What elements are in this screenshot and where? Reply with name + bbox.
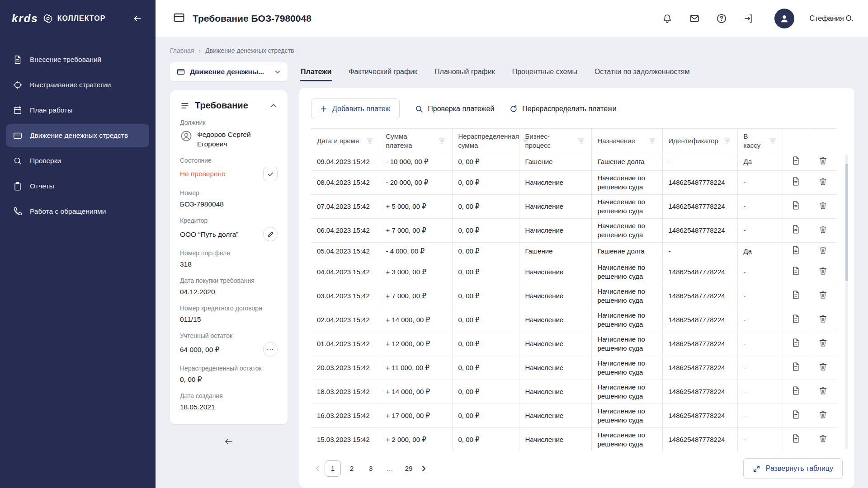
trash-icon	[818, 156, 828, 165]
filter-icon[interactable]	[723, 137, 731, 145]
section-select-value: Движение денежны...	[190, 68, 264, 76]
section-select[interactable]: Движение денежны...	[170, 62, 288, 81]
arrow-left-icon	[223, 436, 234, 447]
cell-date: 20.03.2023 15:42	[311, 356, 380, 380]
row-delete-button[interactable]	[818, 386, 828, 397]
cell-purpose: Начисление по решению суда	[591, 171, 662, 195]
state-row: Не проверено	[180, 167, 278, 181]
pagination-page[interactable]: 3	[363, 460, 379, 477]
pagination-page[interactable]: 2	[344, 460, 360, 477]
avatar[interactable]	[774, 9, 794, 28]
row-document-button[interactable]	[791, 338, 801, 349]
row-delete-button[interactable]	[818, 410, 828, 421]
breadcrumb: Главная › Движение денежных стредств	[170, 47, 854, 54]
cell-unallocated-amount: 0, 00 ₽	[452, 428, 519, 451]
sidebar-nav: Внесение требований Выстраивание стратег…	[0, 48, 156, 223]
tab-1[interactable]: Платежи	[300, 68, 332, 81]
filter-icon[interactable]	[577, 137, 585, 145]
tab-3[interactable]: Плановый график	[434, 68, 495, 81]
col-amount: Сумма платежа	[380, 129, 452, 153]
expand-table-button[interactable]: Развернуть таблицу	[743, 458, 843, 479]
cell-cash: -	[737, 428, 783, 451]
calendar-icon	[13, 105, 23, 115]
row-document-button[interactable]	[791, 225, 801, 235]
check-payments-button[interactable]: Проверка платежей	[415, 105, 494, 113]
row-delete-button[interactable]	[818, 201, 828, 211]
cell-cash: -	[737, 404, 783, 428]
cell-cash: -	[737, 332, 783, 356]
cell-identifier: 148625487778224	[662, 356, 737, 380]
row-document-button[interactable]	[791, 410, 801, 421]
filter-icon[interactable]	[648, 137, 656, 145]
notifications-bell-icon[interactable]	[661, 13, 673, 24]
row-delete-button[interactable]	[818, 225, 828, 235]
add-payment-button[interactable]: + Добавить платеж	[311, 99, 400, 119]
row-delete-button[interactable]	[818, 245, 828, 256]
row-document-button[interactable]	[791, 245, 801, 256]
cell-amount: - 10 000, 00 ₽	[380, 153, 452, 171]
logout-icon[interactable]	[743, 13, 755, 24]
gear-logo-icon	[42, 13, 53, 24]
redistribute-payments-button[interactable]: Перераспределить платежи	[509, 105, 616, 113]
collapse-menu-button[interactable]	[131, 12, 144, 25]
field-label-unallocated: Нераспределенный остаток	[180, 365, 278, 372]
sidebar-item-appeals[interactable]: Работа с обращениями	[6, 200, 149, 223]
table-row: 15.03.2023 15:42 + 2 000, 00 ₽ 0, 00 ₽ Н…	[311, 428, 837, 451]
row-document-button[interactable]	[791, 266, 801, 277]
row-document-button[interactable]	[791, 362, 801, 373]
row-document-button[interactable]	[791, 314, 801, 325]
row-document-button[interactable]	[791, 386, 801, 397]
cell-amount: + 11 000, 00 ₽	[380, 356, 452, 380]
edit-creditor-button[interactable]	[263, 227, 278, 241]
row-delete-button[interactable]	[818, 338, 828, 349]
sidebar-item-reports[interactable]: Отчеты	[6, 175, 149, 197]
row-document-button[interactable]	[791, 177, 801, 188]
table-scrollbar	[845, 155, 848, 449]
filter-icon[interactable]	[769, 137, 777, 145]
cell-amount: - 4 000, 00 ₽	[380, 243, 452, 260]
tab-2[interactable]: Фактический график	[348, 68, 418, 81]
row-document-button[interactable]	[791, 201, 801, 211]
sidebar-item-claims-entry[interactable]: Внесение требований	[6, 48, 149, 71]
row-delete-button[interactable]	[818, 156, 828, 167]
table-row: 09.04.2023 15:42 - 10 000, 00 ₽ 0, 00 ₽ …	[311, 153, 837, 171]
sidebar-item-work-plan[interactable]: План работы	[6, 99, 149, 122]
sidebar-item-checks[interactable]: Проверки	[6, 150, 149, 172]
file-text-icon	[791, 362, 801, 371]
cell-cash: -	[737, 195, 783, 219]
pagination-page[interactable]: 29	[401, 460, 417, 477]
help-icon[interactable]	[716, 13, 727, 24]
cell-cash: -	[737, 380, 783, 404]
pagination-page[interactable]: 1	[325, 460, 341, 477]
row-delete-button[interactable]	[818, 177, 828, 188]
pagination-prev-icon[interactable]	[311, 462, 325, 475]
row-document-button[interactable]	[791, 434, 801, 445]
table-row: 16.03.2023 15:42 + 17 000, 00 ₽ 0, 00 ₽ …	[311, 404, 837, 428]
tab-4[interactable]: Процентные схемы	[512, 68, 578, 81]
sidebar: krds КОЛЛЕКТОР Внесение требований Выстр…	[0, 0, 156, 488]
more-options-button[interactable]: ⋯	[263, 342, 278, 357]
row-delete-button[interactable]	[818, 266, 828, 277]
pagination-next-icon[interactable]	[417, 462, 430, 475]
cell-purpose: Гашение долга	[591, 153, 662, 171]
row-document-button[interactable]	[791, 156, 801, 167]
col-date: Дата и время	[311, 129, 380, 153]
verify-check-button[interactable]	[263, 167, 278, 181]
filter-icon[interactable]	[366, 137, 374, 145]
mail-icon[interactable]	[689, 13, 700, 24]
sidebar-item-strategy[interactable]: Выстраивание стратегии	[6, 74, 149, 96]
row-delete-button[interactable]	[818, 290, 828, 301]
row-delete-button[interactable]	[818, 314, 828, 325]
pagination-pages: 123…29	[325, 460, 417, 477]
row-document-button[interactable]	[791, 290, 801, 301]
tab-5[interactable]: Остатки по задолженностям	[594, 68, 690, 81]
row-delete-button[interactable]	[818, 362, 828, 373]
table-row: 18.03.2023 15:42 + 14 000, 00 ₽ 0, 00 ₽ …	[311, 380, 837, 404]
row-delete-button[interactable]	[818, 434, 828, 445]
sidebar-item-cash-flow[interactable]: Движение денежных стредств	[6, 124, 149, 147]
breadcrumb-home[interactable]: Главная	[170, 47, 194, 54]
collapse-card-button[interactable]	[269, 102, 278, 110]
collapse-panel-arrow-button[interactable]	[223, 436, 234, 447]
scrollbar-thumb[interactable]	[845, 164, 848, 282]
filter-icon[interactable]	[438, 137, 446, 145]
